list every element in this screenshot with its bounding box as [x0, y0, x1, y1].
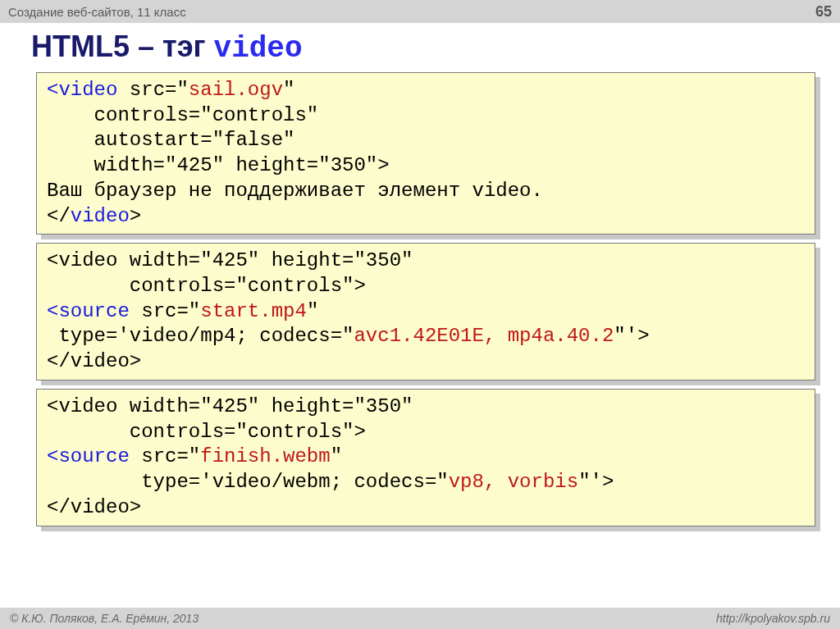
code-box: <video src="sail.ogv" controls="controls…: [36, 72, 815, 235]
slide-title: HTML5 – тэг video: [0, 23, 840, 72]
tok-attr: type='video/webm; codecs=": [47, 471, 449, 493]
tok-attr: src=": [117, 79, 188, 101]
tok-val: vp8, vorbis: [449, 471, 578, 493]
page-number: 65: [815, 3, 832, 21]
header-bar: Создание веб-сайтов, 11 класс 65: [0, 0, 840, 23]
title-prefix: HTML5 – тэг: [31, 30, 214, 63]
tok-val: sail.ogv: [189, 79, 283, 101]
tok-tag: >: [130, 205, 141, 227]
code-line: </video>: [47, 350, 141, 372]
code-line: width="425" height="350">: [47, 154, 390, 176]
title-tag: video: [214, 32, 303, 66]
tok-attr: ": [331, 445, 342, 467]
footer-url: http://kpolyakov.spb.ru: [716, 612, 830, 625]
tok-attr: "'>: [578, 471, 614, 493]
footer-bar: © К.Ю. Поляков, Е.А. Ерёмин, 2013 http:/…: [0, 608, 840, 629]
code-box: <video width="425" height="350" controls…: [36, 389, 815, 526]
code-line: </video>: [47, 496, 141, 518]
code-line: <video width="425" height="350": [47, 395, 413, 417]
code-box: <video width="425" height="350" controls…: [36, 243, 815, 381]
tok-tag: <source: [47, 445, 130, 467]
tok-attr: "'>: [614, 325, 649, 347]
tok-attr: src=": [130, 445, 200, 467]
code-line: Ваш браузер не поддерживает элемент vide…: [47, 180, 543, 202]
tok-val: avc1.42E01E, mp4a.40.2: [354, 325, 614, 347]
tok-attr: ": [307, 300, 318, 322]
tok-val: finish.webm: [200, 445, 330, 467]
code-line: <video width="425" height="350": [47, 249, 413, 271]
code-line: autostart="false": [47, 129, 294, 151]
tok-tag: <video: [47, 79, 117, 101]
slide-content: <video src="sail.ogv" controls="controls…: [0, 72, 840, 526]
tok-attr: ": [283, 79, 294, 101]
tok-attr: src=": [130, 300, 200, 322]
code-block-2: <video width="425" height="350" controls…: [36, 243, 815, 381]
footer-copyright: © К.Ю. Поляков, Е.А. Ерёмин, 2013: [10, 612, 199, 625]
code-block-1: <video src="sail.ogv" controls="controls…: [36, 72, 815, 235]
header-topic: Создание веб-сайтов, 11 класс: [8, 5, 186, 19]
tok-val: start.mp4: [200, 300, 307, 322]
code-line: controls="controls">: [47, 275, 366, 297]
code-line: controls="controls">: [47, 421, 366, 443]
tok-tag: video: [71, 205, 130, 227]
code-line: controls="controls": [47, 104, 318, 126]
tok-attr: type='video/mp4; codecs=": [47, 325, 354, 347]
tok-tag: <source: [47, 300, 130, 322]
tok-tag: </: [47, 205, 71, 227]
code-block-3: <video width="425" height="350" controls…: [36, 389, 815, 526]
